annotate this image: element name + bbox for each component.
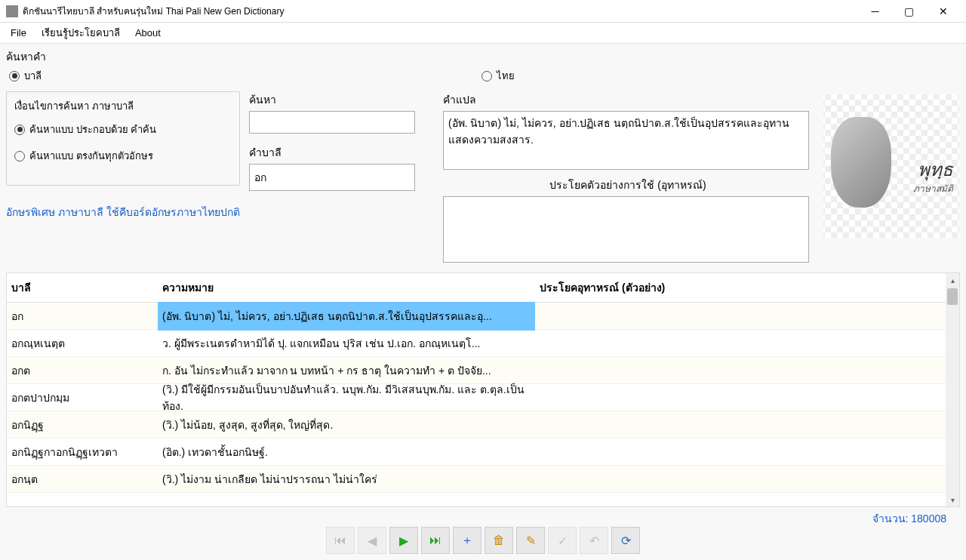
- cell-example: [535, 392, 946, 404]
- scroll-thumb[interactable]: [947, 288, 958, 305]
- cell-pali: อกตปาปกมฺม: [7, 383, 158, 412]
- pali-label: คำบาลี: [249, 144, 434, 161]
- pali-input[interactable]: [249, 164, 415, 191]
- check-icon: ✓: [558, 534, 568, 548]
- radio-thai[interactable]: ไทย: [481, 68, 515, 84]
- first-icon: ⏮: [334, 534, 346, 547]
- radio-indicator-icon: [481, 71, 492, 82]
- cell-pali: อก: [7, 302, 158, 331]
- table-row[interactable]: อกณฺหเนตฺตว. ผู้มีพระเนตรดำหามิได้ ปุ. แ…: [7, 330, 946, 357]
- radio-indicator-icon: [14, 125, 25, 135]
- search-conditions-group: เงื่อนไขการค้นหา ภาษาบาลี ค้นหาแบบ ประกอ…: [6, 91, 240, 186]
- radio-thai-label: ไทย: [497, 68, 515, 84]
- col-meaning[interactable]: ความหมาย: [158, 273, 535, 302]
- scroll-up-icon[interactable]: ▴: [946, 273, 959, 287]
- table-row[interactable]: อกตปาปกมฺม(วิ.) มีใช้ผู้มีกรรมอันเป็นบาป…: [7, 384, 946, 411]
- cell-meaning: (วิ.) ไม่งาม น่าเกลียด ไม่น่าปรารถนา ไม่…: [158, 465, 535, 494]
- radio-pali[interactable]: บาลี: [9, 68, 42, 84]
- maximize-button[interactable]: ▢: [892, 1, 926, 22]
- nav-edit-button[interactable]: ✎: [516, 527, 545, 554]
- special-chars-link[interactable]: อักษรพิเศษ ภาษาบาลี ใช้คีบอร์ดอักษรภาษาไ…: [6, 204, 240, 220]
- radio-exact-label: ค้นหาแบบ ตรงกันทุกตัวอักษร: [29, 148, 153, 164]
- cell-example: [535, 337, 946, 349]
- cell-pali: อกนฺต: [7, 465, 158, 494]
- plus-icon: ＋: [461, 533, 473, 549]
- col-pali[interactable]: บาลี: [7, 273, 158, 302]
- nav-refresh-button[interactable]: ⟳: [611, 527, 640, 554]
- cell-meaning: (วิ.) ไม่น้อย, สูงสุด, สูงที่สุด, ใหญ่ที…: [158, 411, 535, 439]
- cell-meaning: ว. ผู้มีพระเนตรดำหามิได้ ปุ. แจกเหมือน ป…: [158, 329, 535, 358]
- table-row[interactable]: อกนิฏฺฐกาอกนิฏฺฐเทวตา(อิต.) เทวดาชั้นอกน…: [7, 438, 946, 466]
- nav-add-button[interactable]: ＋: [453, 527, 481, 554]
- nav-prev-button[interactable]: ◀: [358, 527, 386, 554]
- radio-contains-label: ค้นหาแบบ ประกอบด้วย คำค้น: [29, 122, 156, 137]
- cell-example: [535, 446, 946, 458]
- app-icon: [6, 5, 18, 17]
- pencil-icon: ✎: [526, 534, 536, 548]
- nav-delete-button[interactable]: 🗑: [485, 527, 513, 554]
- minimize-button[interactable]: ─: [858, 1, 892, 22]
- translation-label: คำแปล: [443, 91, 813, 108]
- prev-icon: ◀: [368, 534, 377, 548]
- table-row[interactable]: อกนิฏฺฐ(วิ.) ไม่น้อย, สูงสุด, สูงที่สุด,…: [7, 411, 946, 438]
- example-textarea[interactable]: [443, 196, 809, 263]
- conditions-header: เงื่อนไขการค้นหา ภาษาบาลี: [14, 98, 232, 114]
- grid-scrollbar[interactable]: ▴ ▾: [946, 273, 959, 506]
- cell-pali: อกนิฏฺฐ: [7, 411, 158, 439]
- table-row[interactable]: อก(อัพ. นิบาต) ไม่, ไม่ควร, อย่า.ปฏิเสธ …: [7, 303, 946, 330]
- example-label: ประโยคตัวอย่างการใช้ (อุทาหรณ์): [443, 177, 813, 193]
- next-icon: ▶: [399, 534, 408, 548]
- menu-learn[interactable]: เรียนรู้ประโยคบาลี: [34, 22, 128, 44]
- search-input[interactable]: [249, 111, 415, 134]
- table-row[interactable]: อกนฺต(วิ.) ไม่งาม น่าเกลียด ไม่น่าปรารถน…: [7, 466, 946, 493]
- radio-pali-label: บาลี: [24, 68, 42, 84]
- search-label: ค้นหา: [249, 91, 434, 108]
- cell-example: [535, 419, 946, 431]
- translation-textarea[interactable]: (อัพ. นิบาต) ไม่, ไม่ควร, อย่า.ปฏิเสธ นต…: [443, 111, 809, 170]
- radio-contains[interactable]: ค้นหาแบบ ประกอบด้วย คำค้น: [14, 122, 232, 137]
- cell-pali: อกนิฏฺฐกาอกนิฏฺฐเทวตา: [7, 438, 158, 466]
- results-grid: บาลี ความหมาย ประโยคอุทาหรณ์ (ตัวอย่าง) …: [6, 272, 960, 507]
- radio-indicator-icon: [14, 151, 25, 162]
- buddha-subtext: ภาษาสมัติ: [913, 181, 953, 195]
- menu-file[interactable]: File: [3, 24, 34, 42]
- nav-first-button[interactable]: ⏮: [326, 527, 355, 554]
- buddha-image: พุทฺธ ภาษาสมัติ: [823, 94, 959, 238]
- nav-next-button[interactable]: ▶: [389, 527, 418, 554]
- cell-pali: อกณฺหเนตฺต: [7, 329, 158, 358]
- menu-about[interactable]: About: [128, 24, 168, 42]
- trash-icon: 🗑: [493, 534, 505, 547]
- nav-undo-button[interactable]: ↶: [580, 527, 608, 554]
- nav-confirm-button[interactable]: ✓: [548, 527, 577, 554]
- window-title: ดิกชันนารีไทยบาลี สำหรับคนรุ่นใหม่ Thai …: [23, 4, 858, 18]
- undo-icon: ↶: [589, 534, 599, 548]
- cell-meaning: (อิต.) เทวดาชั้นอกนิษฐ์.: [158, 438, 535, 466]
- cell-meaning: (อัพ. นิบาต) ไม่, ไม่ควร, อย่า.ปฏิเสธ นต…: [158, 302, 535, 331]
- refresh-icon: ⟳: [621, 534, 631, 548]
- last-icon: ⏭: [429, 534, 441, 547]
- col-example[interactable]: ประโยคอุทาหรณ์ (ตัวอย่าง): [535, 273, 946, 302]
- cell-example: [535, 365, 946, 377]
- radio-exact[interactable]: ค้นหาแบบ ตรงกันทุกตัวอักษร: [14, 148, 232, 164]
- cell-pali: อกต: [7, 356, 158, 385]
- nav-last-button[interactable]: ⏭: [421, 527, 450, 554]
- search-header: ค้นหาคำ: [6, 48, 960, 65]
- cell-example: [535, 473, 946, 485]
- record-count: จำนวน: 180008: [872, 510, 947, 527]
- close-button[interactable]: ✕: [926, 1, 960, 22]
- buddha-text: พุทฺธ: [918, 155, 953, 184]
- scroll-down-icon[interactable]: ▾: [946, 493, 959, 506]
- cell-example: [535, 310, 946, 322]
- radio-indicator-icon: [9, 71, 20, 82]
